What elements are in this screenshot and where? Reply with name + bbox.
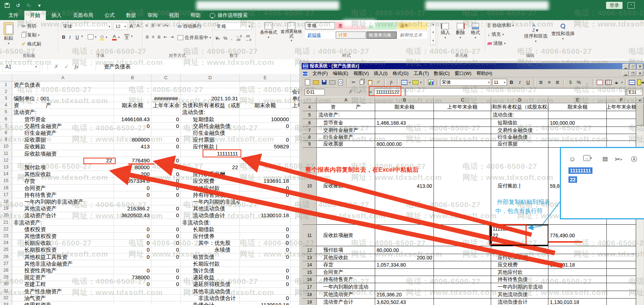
cell-A31[interactable]: 生产性生物资产 [12,288,114,295]
cell-C32[interactable] [151,295,181,301]
cell-B14[interactable]: 200 [114,171,151,178]
enter-icon[interactable]: ✓ [64,63,69,70]
cell-C20[interactable]: 0 [151,212,181,219]
kis-cell-C11[interactable] [434,225,491,246]
cell-B1[interactable] [114,81,151,88]
cell-E21[interactable] [240,219,291,226]
kis-cell-E19[interactable]: 1,130,010.18 [548,299,607,305]
cell-E13[interactable] [240,164,291,171]
cell-B9[interactable]: 800000 [114,137,151,143]
cell-B23[interactable]: 0 [114,233,151,239]
cell-D21[interactable]: 非流动负债: [181,219,240,226]
cell-A8[interactable]: 衍生金融资产 [12,129,114,136]
merge-center-button[interactable]: 合并后居中▾ [178,34,211,41]
kis-child-minimize-button[interactable]: ▁ [623,71,629,76]
kis-cell-B12[interactable]: 80,000.00 [375,246,434,254]
align-top-icon[interactable]: ≡ [145,23,148,28]
column-header-A[interactable]: A [12,74,114,81]
format-cells-button[interactable]: 格式▾ [471,23,480,39]
cell-B24[interactable]: 0 [114,240,151,247]
cell-A21[interactable]: 非流动资产: [12,219,114,226]
kis-cell-A9[interactable]: 应收票据 [317,141,375,148]
row-header-22[interactable]: 22 [0,226,12,233]
kis-cell-A15[interactable]: 合同资产 [317,269,375,276]
row-header-1[interactable]: 1 [0,81,12,88]
kis-cell-F19[interactable] [607,299,636,305]
cell-B20[interactable]: 3620502.43 [114,212,151,219]
cell-D31[interactable]: 其他非流动负债 [181,288,240,295]
kis-row-header-14[interactable]: 14 [302,261,317,269]
scroll-up-icon[interactable]: ▲ [636,97,644,103]
cell-E12[interactable] [240,157,291,164]
cell-E26[interactable]: 0 [240,253,291,260]
cell-B30[interactable]: 0 [114,281,151,288]
kis-menu-窗口(W)[interactable]: 窗口(W) [452,70,474,77]
cell-C19[interactable]: 0 [151,205,181,212]
cell-A19[interactable]: 其他流动资产 [12,205,114,212]
align-left-icon[interactable]: ≣ [145,34,149,39]
kis-column-header-F[interactable]: F [607,97,636,103]
kis-row-header-7[interactable]: 7 [302,127,317,134]
tab-视图[interactable]: 视图 [163,11,185,20]
kis-cell-C8[interactable] [434,134,491,141]
kis-cell-E7[interactable] [548,127,607,134]
cell-style-检查单元格[interactable]: 检查单元格 [367,32,397,39]
cell-E11[interactable] [240,150,291,157]
kis-cell-E11[interactable]: 776,490.00 [548,225,607,246]
format-painter-icon[interactable]: ✐ [375,79,382,86]
cell-D22[interactable]: 长期借款 [181,226,240,233]
row-header-20[interactable]: 20 [0,212,12,219]
font-size-select[interactable]: 12▾ [113,23,128,30]
paste-icon[interactable] [367,79,374,86]
kis-equals-icon[interactable]: ＝ [367,89,373,95]
kis-cell-A14[interactable]: 存货 [317,261,375,269]
cell-C21[interactable] [151,219,181,226]
print-preview-icon[interactable] [337,79,344,86]
cell-C5[interactable] [151,109,181,116]
cell-E10[interactable]: 59829 [240,143,291,150]
gallery-more-icon[interactable]: ▼― [432,39,435,46]
fill-color-button[interactable]: ◇▾ [100,34,107,40]
column-header-C[interactable]: C [151,74,181,81]
cell-D2[interactable] [181,88,240,95]
kis-cell-F8[interactable] [607,134,636,141]
kis-cell-D16[interactable]: 持有待售负债 [491,276,548,283]
ribbon-display-options-icon[interactable]: ⌃ [628,2,635,9]
cell-E8[interactable] [240,129,291,136]
kis-cell-B18[interactable]: 216,386.20 [375,291,434,299]
kis-cell-D15[interactable]: 其他应付款 [491,269,548,276]
cell-E2[interactable] [240,88,291,95]
cell-E14[interactable] [240,171,291,178]
cell-C24[interactable]: 0 [151,240,181,247]
kis-italic-button[interactable]: I [516,79,523,86]
kis-cell-D6[interactable]: 短期借款 [491,119,548,127]
kis-column-header-B[interactable]: B [375,97,434,103]
kis-row-header-19[interactable]: 19 [302,299,317,305]
cell-B15[interactable]: 1057334.8 [114,178,151,185]
kis-cancel-icon[interactable]: ✗ [348,89,353,95]
kis-cell-E14[interactable]: 193,691.18 [548,261,607,269]
cell-C9[interactable]: 0 [151,137,181,143]
wrap-text-button[interactable]: ab自动换行 [178,23,202,29]
align-right-icon[interactable]: ≣ [157,34,161,39]
kis-column-header-D[interactable]: D [491,97,548,103]
sheet-corner[interactable] [0,74,12,81]
cell-E24[interactable]: 0 [240,240,291,247]
cell-C17[interactable]: 0 [151,191,181,198]
undo-icon[interactable]: ↺ [15,3,21,8]
cell-B17[interactable]: 0 [114,191,151,198]
cell-D7[interactable]: 交易性金融负债 [181,123,240,129]
cell-D16[interactable]: 其他应付款 [181,185,240,191]
gallery-down-icon[interactable]: ▼ [432,31,435,34]
kis-menu-帮助(H)[interactable]: 帮助(H) [474,70,495,77]
cell-A6[interactable]: 货币资金 [12,116,114,123]
kis-cell-B5[interactable] [375,111,434,119]
kis-cell-B19[interactable]: 3,620,502.43 [375,299,434,305]
cell-D3[interactable]: 2021.10.31 [181,95,240,102]
kis-menu-数据(C)[interactable]: 数据(C) [431,70,452,77]
row-header-4[interactable]: 4 [0,102,12,109]
cell-C4[interactable]: 上年年末余额 [151,102,181,109]
row-header-11[interactable]: 11 [0,150,12,157]
cell-C30[interactable]: 0 [151,281,181,288]
kis-cell-F14[interactable] [607,261,636,269]
